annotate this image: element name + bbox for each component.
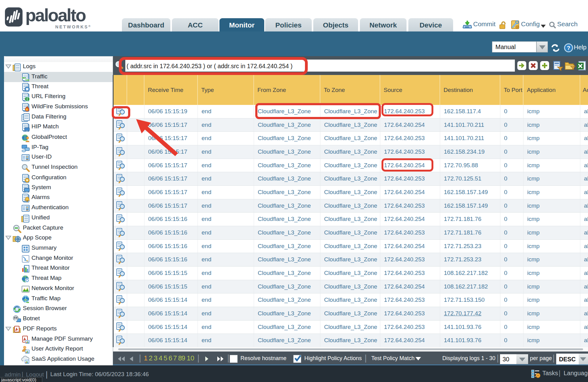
svg-text:?: ?: [567, 45, 570, 51]
